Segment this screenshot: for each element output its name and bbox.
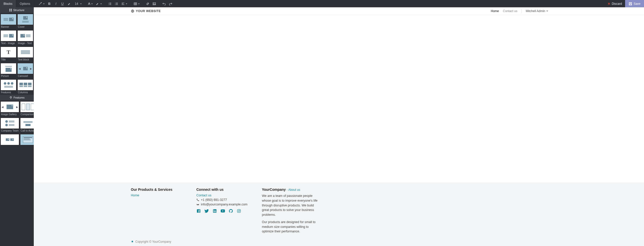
footer-phone: +1 (650) 691-3277 [196,198,252,202]
footer-col1-title: Our Products & Services [131,188,186,192]
block-text-image[interactable]: Text - Image [0,29,17,46]
svg-rect-21 [630,2,631,3]
discard-button[interactable]: ✕ Discard [605,0,625,7]
bug-icon[interactable] [131,240,134,243]
align-dropdown[interactable] [120,0,129,7]
sidebar-heading-features: Features [0,95,34,100]
site-header: YOUR WEBSITE Home Contact us Mitchell Ad… [34,7,644,15]
nav-user-name: Mitchell Admin [526,9,545,13]
footer-email: info@yourcompany.example.com [196,203,252,206]
link-button[interactable] [144,0,151,7]
footer-link-home[interactable]: Home [131,194,186,197]
save-icon [629,2,632,6]
font-size-value: 14 [74,2,79,6]
svg-rect-24 [11,9,12,10]
instagram-icon[interactable] [237,209,241,213]
youtube-icon[interactable] [221,209,225,213]
nav-home[interactable]: Home [491,9,499,13]
block-banner[interactable]: Banner [0,13,17,29]
discard-label: Discard [612,2,622,6]
svg-rect-23 [9,9,10,10]
bold-button[interactable]: B [46,0,53,7]
svg-text:3: 3 [115,4,116,5]
font-size-dropdown[interactable]: 14 [72,0,83,7]
redo-button[interactable] [167,0,174,7]
underline-button[interactable]: U [59,0,66,7]
site-copyright: Copyright © YourCompany [34,238,644,246]
twitter-icon[interactable] [204,209,209,213]
blocks-sidebar: Structure Banner Cover Text - Image [0,7,34,246]
svg-rect-25 [9,10,10,11]
editor-toolbar: Blocks Options B I U 14 A 123 [0,0,644,7]
site-body-empty[interactable] [34,15,644,182]
block-title[interactable]: T Title [0,46,17,62]
diamond-icon [9,96,12,99]
font-color-letter: A [88,2,90,6]
svg-point-4 [109,4,109,5]
undo-button[interactable] [161,0,167,7]
style-dropdown[interactable] [37,0,46,7]
close-icon: ✕ [608,2,610,6]
footer-col2-title: Connect with us [196,188,252,192]
footer-col3-title: YourCompany - About us [262,188,320,192]
nav-user-menu[interactable]: Mitchell Admin [526,9,548,13]
block-features[interactable]: Features [0,78,17,95]
svg-point-0 [109,3,109,3]
block-cover[interactable]: Cover [17,13,34,29]
github-icon[interactable] [229,209,233,213]
svg-rect-22 [629,4,631,5]
block-text[interactable]: Text block [17,46,34,62]
clear-format-button[interactable] [66,0,72,7]
tab-options[interactable]: Options [16,0,34,7]
list-ol-button[interactable]: 123 [113,0,120,7]
phone-icon [196,198,199,201]
save-button[interactable]: Save [625,0,644,7]
block-picture[interactable]: Picture [0,62,17,78]
list-ul-button[interactable] [107,0,113,7]
svg-point-2 [109,4,109,4]
sidebar-heading-structure: Structure [0,7,34,13]
block-comparisons[interactable]: Comparisons [20,100,34,117]
tab-blocks[interactable]: Blocks [0,0,16,7]
footer-socials [196,209,252,213]
italic-button[interactable]: I [53,0,59,7]
footer-about-p1: We are a team of passionate people whose… [262,194,320,217]
block-company-team[interactable]: Company Team [0,117,20,133]
block-carousel[interactable]: ◀ ▶ Carousel [17,62,34,78]
envelope-icon [196,203,199,206]
block-partial-2[interactable] [20,133,34,145]
block-image-gallery[interactable]: ◀ ▶ Image Gallery [0,100,20,117]
block-image-text[interactable]: Image - Text [17,29,34,46]
site-logo[interactable]: YOUR WEBSITE [131,9,161,13]
image-button[interactable] [151,0,158,7]
highlight-dropdown[interactable] [94,0,103,7]
site-footer: Our Products & Services Home Connect wit… [34,182,644,238]
block-columns[interactable]: Columns [17,78,34,95]
font-color-dropdown[interactable]: A [86,0,94,7]
table-dropdown[interactable] [132,0,141,7]
site-brand-text: YOUR WEBSITE [136,9,161,13]
nav-contact[interactable]: Contact us [503,9,517,13]
footer-link-contact[interactable]: Contact us [196,194,252,197]
linkedin-icon[interactable] [212,209,217,213]
block-partial-1[interactable] [0,133,20,145]
facebook-icon[interactable] [196,209,201,213]
website-preview: YOUR WEBSITE Home Contact us Mitchell Ad… [34,7,644,246]
footer-about-link[interactable]: About us [288,188,300,192]
footer-about-p2: Our products are designed for small to m… [262,220,320,234]
save-label: Save [634,2,640,6]
block-call-to-action[interactable]: Call to Action [20,117,34,133]
grid-icon [9,9,12,11]
sidebar-scroll[interactable]: Structure Banner Cover Text - Image [0,7,34,246]
globe-icon [131,9,134,13]
svg-rect-26 [11,10,12,11]
